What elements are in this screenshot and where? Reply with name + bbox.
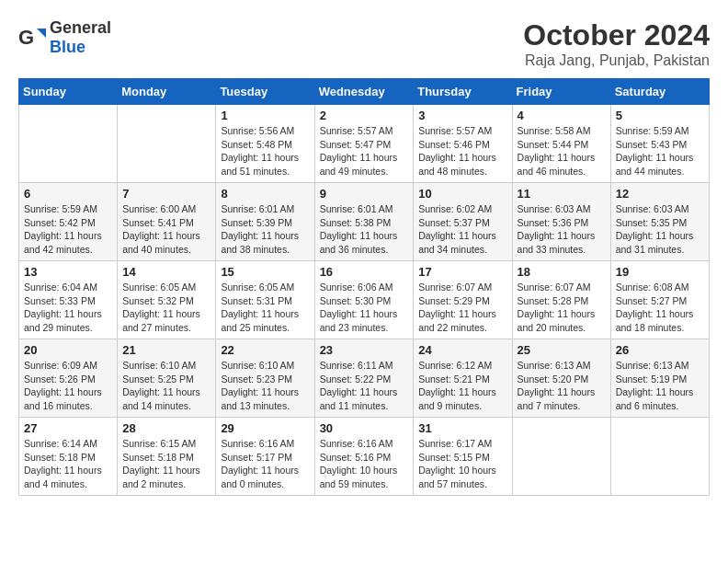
day-number: 22	[221, 343, 309, 357]
day-cell: 10Sunrise: 6:02 AM Sunset: 5:37 PM Dayli…	[414, 183, 512, 261]
day-cell: 8Sunrise: 6:01 AM Sunset: 5:39 PM Daylig…	[216, 183, 314, 261]
day-cell: 1Sunrise: 5:56 AM Sunset: 5:48 PM Daylig…	[216, 105, 314, 183]
day-number: 14	[122, 265, 210, 279]
location: Raja Jang, Punjab, Pakistan	[523, 52, 710, 69]
day-cell: 30Sunrise: 6:16 AM Sunset: 5:16 PM Dayli…	[314, 418, 414, 496]
day-cell: 27Sunrise: 6:14 AM Sunset: 5:18 PM Dayli…	[19, 418, 118, 496]
day-number: 10	[418, 187, 506, 201]
day-number: 30	[320, 421, 409, 435]
day-cell	[118, 105, 216, 183]
day-info: Sunrise: 6:07 AM Sunset: 5:29 PM Dayligh…	[418, 281, 506, 335]
day-info: Sunrise: 6:09 AM Sunset: 5:26 PM Dayligh…	[24, 359, 112, 413]
day-number: 11	[518, 187, 606, 201]
day-info: Sunrise: 6:15 AM Sunset: 5:18 PM Dayligh…	[122, 437, 210, 491]
day-cell: 24Sunrise: 6:12 AM Sunset: 5:21 PM Dayli…	[414, 339, 512, 418]
week-row-5: 27Sunrise: 6:14 AM Sunset: 5:18 PM Dayli…	[19, 418, 710, 496]
day-number: 21	[122, 343, 210, 357]
day-cell: 13Sunrise: 6:04 AM Sunset: 5:33 PM Dayli…	[19, 261, 118, 339]
day-cell: 15Sunrise: 6:05 AM Sunset: 5:31 PM Dayli…	[216, 261, 314, 339]
day-info: Sunrise: 5:59 AM Sunset: 5:42 PM Dayligh…	[24, 202, 112, 257]
day-cell: 22Sunrise: 6:10 AM Sunset: 5:23 PM Dayli…	[216, 339, 314, 418]
day-info: Sunrise: 6:11 AM Sunset: 5:22 PM Dayligh…	[320, 359, 409, 413]
day-number: 29	[221, 421, 309, 435]
day-number: 9	[320, 187, 409, 201]
day-info: Sunrise: 6:16 AM Sunset: 5:17 PM Dayligh…	[221, 437, 309, 491]
day-cell: 6Sunrise: 5:59 AM Sunset: 5:42 PM Daylig…	[19, 183, 118, 261]
day-info: Sunrise: 6:03 AM Sunset: 5:36 PM Dayligh…	[518, 202, 606, 257]
day-info: Sunrise: 6:05 AM Sunset: 5:32 PM Dayligh…	[122, 281, 210, 335]
day-number: 3	[418, 109, 506, 122]
day-cell: 14Sunrise: 6:05 AM Sunset: 5:32 PM Dayli…	[118, 261, 216, 339]
header-cell-monday: Monday	[118, 79, 216, 105]
day-info: Sunrise: 6:14 AM Sunset: 5:18 PM Dayligh…	[24, 437, 112, 491]
header-cell-thursday: Thursday	[414, 79, 512, 105]
day-cell: 19Sunrise: 6:08 AM Sunset: 5:27 PM Dayli…	[610, 261, 709, 339]
day-number: 6	[24, 187, 112, 201]
day-cell: 9Sunrise: 6:01 AM Sunset: 5:38 PM Daylig…	[314, 183, 414, 261]
day-cell: 23Sunrise: 6:11 AM Sunset: 5:22 PM Dayli…	[314, 339, 414, 418]
day-info: Sunrise: 5:56 AM Sunset: 5:48 PM Dayligh…	[221, 124, 309, 178]
logo: G General Blue	[18, 18, 111, 57]
week-row-3: 13Sunrise: 6:04 AM Sunset: 5:33 PM Dayli…	[19, 261, 710, 339]
day-number: 1	[221, 109, 309, 122]
day-cell	[512, 418, 610, 496]
day-cell: 26Sunrise: 6:13 AM Sunset: 5:19 PM Dayli…	[610, 339, 709, 418]
day-info: Sunrise: 5:59 AM Sunset: 5:43 PM Dayligh…	[616, 124, 704, 178]
week-row-1: 1Sunrise: 5:56 AM Sunset: 5:48 PM Daylig…	[19, 105, 710, 183]
day-cell: 17Sunrise: 6:07 AM Sunset: 5:29 PM Dayli…	[414, 261, 512, 339]
day-number: 8	[221, 187, 309, 201]
day-number: 12	[616, 187, 704, 201]
title-section: October 2024 Raja Jang, Punjab, Pakistan	[523, 18, 710, 69]
day-number: 18	[518, 265, 606, 279]
header-cell-friday: Friday	[512, 79, 610, 105]
day-info: Sunrise: 6:01 AM Sunset: 5:38 PM Dayligh…	[320, 202, 409, 257]
day-number: 23	[320, 343, 409, 357]
day-number: 17	[418, 265, 506, 279]
calendar-table: SundayMondayTuesdayWednesdayThursdayFrid…	[18, 78, 710, 496]
day-cell: 3Sunrise: 5:57 AM Sunset: 5:46 PM Daylig…	[414, 105, 512, 183]
day-cell: 29Sunrise: 6:16 AM Sunset: 5:17 PM Dayli…	[216, 418, 314, 496]
day-cell	[19, 105, 118, 183]
day-cell: 4Sunrise: 5:58 AM Sunset: 5:44 PM Daylig…	[512, 105, 610, 183]
day-info: Sunrise: 6:08 AM Sunset: 5:27 PM Dayligh…	[616, 281, 704, 335]
day-info: Sunrise: 6:12 AM Sunset: 5:21 PM Dayligh…	[418, 359, 506, 413]
day-cell: 16Sunrise: 6:06 AM Sunset: 5:30 PM Dayli…	[314, 261, 414, 339]
day-cell	[610, 418, 709, 496]
day-number: 28	[122, 421, 210, 435]
day-info: Sunrise: 6:06 AM Sunset: 5:30 PM Dayligh…	[320, 281, 409, 335]
day-number: 5	[616, 109, 704, 122]
day-number: 26	[616, 343, 704, 357]
day-cell: 21Sunrise: 6:10 AM Sunset: 5:25 PM Dayli…	[118, 339, 216, 418]
page-header: G General Blue October 2024 Raja Jang, P…	[18, 18, 710, 69]
day-cell: 31Sunrise: 6:17 AM Sunset: 5:15 PM Dayli…	[414, 418, 512, 496]
day-number: 31	[418, 421, 506, 435]
day-cell: 7Sunrise: 6:00 AM Sunset: 5:41 PM Daylig…	[118, 183, 216, 261]
day-info: Sunrise: 6:00 AM Sunset: 5:41 PM Dayligh…	[122, 202, 210, 257]
day-number: 25	[518, 343, 606, 357]
day-info: Sunrise: 6:02 AM Sunset: 5:37 PM Dayligh…	[418, 202, 506, 257]
day-cell: 25Sunrise: 6:13 AM Sunset: 5:20 PM Dayli…	[512, 339, 610, 418]
day-cell: 18Sunrise: 6:07 AM Sunset: 5:28 PM Dayli…	[512, 261, 610, 339]
day-info: Sunrise: 6:07 AM Sunset: 5:28 PM Dayligh…	[518, 281, 606, 335]
day-cell: 2Sunrise: 5:57 AM Sunset: 5:47 PM Daylig…	[314, 105, 414, 183]
day-info: Sunrise: 5:57 AM Sunset: 5:46 PM Dayligh…	[418, 124, 506, 178]
day-cell: 5Sunrise: 5:59 AM Sunset: 5:43 PM Daylig…	[610, 105, 709, 183]
svg-marker-1	[37, 29, 46, 38]
day-info: Sunrise: 6:17 AM Sunset: 5:15 PM Dayligh…	[418, 437, 506, 491]
svg-text:G: G	[18, 26, 34, 49]
header-cell-saturday: Saturday	[610, 79, 709, 105]
day-number: 27	[24, 421, 112, 435]
day-info: Sunrise: 6:16 AM Sunset: 5:16 PM Dayligh…	[320, 437, 409, 491]
day-number: 4	[518, 109, 606, 122]
day-info: Sunrise: 6:05 AM Sunset: 5:31 PM Dayligh…	[221, 281, 309, 335]
day-info: Sunrise: 6:04 AM Sunset: 5:33 PM Dayligh…	[24, 281, 112, 335]
day-number: 7	[122, 187, 210, 201]
day-number: 13	[24, 265, 112, 279]
day-info: Sunrise: 6:10 AM Sunset: 5:23 PM Dayligh…	[221, 359, 309, 413]
day-number: 2	[320, 109, 409, 122]
day-info: Sunrise: 5:57 AM Sunset: 5:47 PM Dayligh…	[320, 124, 409, 178]
header-cell-sunday: Sunday	[19, 79, 118, 105]
day-info: Sunrise: 6:10 AM Sunset: 5:25 PM Dayligh…	[122, 359, 210, 413]
day-info: Sunrise: 5:58 AM Sunset: 5:44 PM Dayligh…	[518, 124, 606, 178]
day-number: 20	[24, 343, 112, 357]
